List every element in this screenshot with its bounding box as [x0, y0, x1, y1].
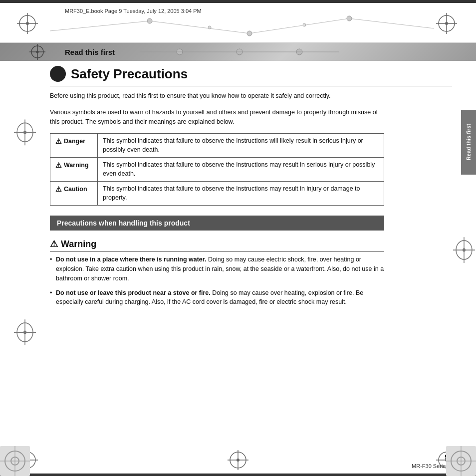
- warning-icon: ⚠: [55, 137, 62, 147]
- warning-heading: ⚠ Warning: [50, 238, 384, 252]
- svg-point-14: [347, 16, 352, 21]
- header-strip: MRF30_E.book Page 9 Tuesday, July 12, 20…: [0, 3, 476, 43]
- page-title-area: Safety Precautions: [50, 61, 452, 82]
- warning-heading-text: Warning: [61, 239, 96, 249]
- chapter-banner: Read this first: [0, 43, 476, 61]
- symbol-description-cell: This symbol indicates that failure to ob…: [98, 158, 384, 182]
- symbol-label-cell: ⚠Danger: [50, 134, 98, 158]
- bullet-bold: Do not use in a place where there is run…: [56, 256, 206, 263]
- symbol-label-cell: ⚠Warning: [50, 158, 98, 182]
- svg-line-9: [150, 21, 249, 33]
- symbol-table-row: ⚠CautionThis symbol indicates that failu…: [50, 182, 384, 206]
- svg-point-44: [237, 459, 239, 462]
- right-crosshairs: [452, 3, 476, 474]
- svg-point-7: [445, 22, 448, 25]
- page-title: Safety Precautions: [71, 66, 188, 82]
- symbol-table-row: ⚠DangerThis symbol indicates that failur…: [50, 134, 384, 158]
- banner-decoration: [140, 43, 339, 61]
- symbol-table-row: ⚠WarningThis symbol indicates that failu…: [50, 158, 384, 182]
- symbol-description-cell: This symbol indicates that failure to ob…: [98, 134, 384, 158]
- title-divider: [50, 86, 452, 86]
- file-info: MRF30_E.book Page 9 Tuesday, July 12, 20…: [65, 8, 202, 14]
- svg-point-28: [23, 131, 26, 134]
- svg-point-15: [208, 26, 211, 29]
- list-item: Do not use in a place where there is run…: [50, 255, 384, 283]
- bullet-bold: Do not use or leave this product near a …: [56, 289, 211, 296]
- right-border: [452, 3, 476, 474]
- bullet-list: Do not use in a place where there is run…: [50, 255, 384, 307]
- main-content: Safety Precautions Before using this pro…: [50, 61, 452, 446]
- intro-text-1: Before using this product, read this fir…: [50, 91, 384, 101]
- warning-icon: ⚠: [55, 185, 62, 195]
- warning-icon: ⚠: [55, 161, 62, 171]
- bottom-left-corner: [0, 446, 50, 476]
- left-border: [0, 3, 50, 474]
- symbol-table: ⚠DangerThis symbol indicates that failur…: [50, 133, 384, 206]
- svg-point-32: [23, 331, 26, 334]
- bottom-right-corner: [426, 446, 476, 476]
- symbol-label-cell: ⚠Caution: [50, 182, 98, 206]
- svg-point-16: [303, 23, 306, 26]
- chapter-title: Read this first: [65, 48, 115, 56]
- list-item: Do not use or leave this product near a …: [50, 288, 384, 307]
- svg-point-36: [463, 248, 466, 252]
- title-icon: [50, 66, 66, 82]
- section-banner: Precautions when handling this product: [50, 216, 384, 231]
- svg-point-12: [147, 18, 152, 23]
- warning-triangle-icon: ⚠: [50, 238, 58, 249]
- intro-text-2: Various symbols are used to warn of haza…: [50, 108, 384, 127]
- svg-line-10: [249, 18, 349, 33]
- left-crosshairs: [0, 3, 50, 474]
- bottom-crosshairs: [0, 446, 476, 474]
- svg-point-13: [247, 31, 252, 36]
- bottom-border: [0, 474, 476, 476]
- svg-line-8: [50, 21, 150, 31]
- svg-line-11: [349, 18, 434, 28]
- symbol-description-cell: This symbol indicates that failure to ob…: [98, 182, 384, 206]
